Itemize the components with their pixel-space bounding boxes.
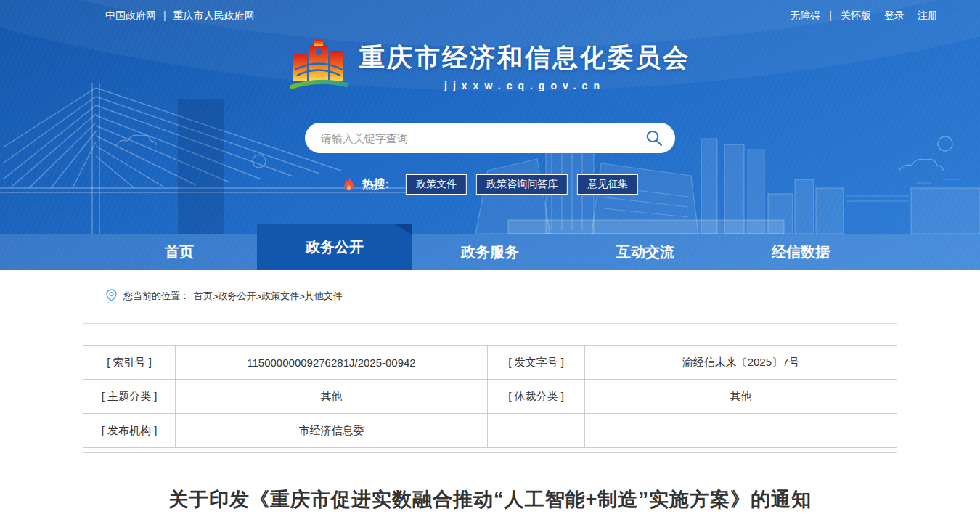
flame-icon	[342, 176, 356, 193]
cityscape-illustration	[0, 78, 980, 234]
meta-label-doc-number: [ 发文字号 ]	[488, 346, 585, 380]
hot-search-label: 热搜:	[362, 177, 389, 192]
location-pin-icon	[105, 289, 118, 303]
main-nav: 首页 政务公开 政务服务 互动交流 经信数据	[0, 234, 980, 270]
link-china-gov[interactable]: 中国政府网	[105, 9, 156, 21]
document-title: 关于印发《重庆市促进实数融合推动“人工智能+制造”实施方案》的通知	[0, 486, 980, 513]
meta-value-index-number: 11500000009276281J/2025-00942	[176, 346, 488, 380]
search-input[interactable]	[321, 132, 645, 144]
active-tab-notch	[393, 224, 412, 235]
meta-label-topic-category: [ 主题分类 ]	[83, 380, 176, 414]
breadcrumb-gov-disclosure[interactable]: 政务公开	[219, 290, 256, 303]
top-utility-bar: 中国政府网|重庆市人民政府网 无障碍|关怀版登录注册	[0, 9, 980, 23]
meta-value-empty	[585, 414, 897, 448]
breadcrumb-policy-docs[interactable]: 政策文件	[261, 290, 299, 303]
search-bar	[305, 123, 675, 153]
breadcrumb: 您当前的位置： 首页>政务公开>政策文件 > 其他文件	[105, 289, 980, 303]
site-header: 中国政府网|重庆市人民政府网 无障碍|关怀版登录注册	[0, 0, 980, 270]
separator: |	[829, 9, 832, 21]
breadcrumb-home[interactable]: 首页	[194, 290, 213, 303]
meta-value-doc-number: 渝经信未来〔2025〕7号	[585, 346, 897, 380]
breadcrumb-separator: >	[213, 291, 219, 302]
separator: |	[163, 9, 166, 21]
hot-search-row: 热搜: 政策文件 政策咨询问答库 意见征集	[342, 174, 638, 195]
site-branding: 重庆市经济和信息化委员会 jjxxw.cq.gov.cn	[0, 38, 980, 94]
link-care-version[interactable]: 关怀版	[841, 9, 871, 21]
hot-link-policy-qa[interactable]: 政策咨询问答库	[476, 174, 568, 195]
meta-value-issuing-agency: 市经济信息委	[176, 414, 488, 448]
breadcrumb-other-docs[interactable]: 其他文件	[305, 290, 343, 303]
nav-item-gov-services[interactable]: 政务服务	[412, 234, 568, 270]
meta-label-index-number: [ 索引号 ]	[83, 346, 176, 380]
nav-item-label: 政务公开	[306, 237, 364, 257]
nav-item-interaction[interactable]: 互动交流	[568, 234, 723, 270]
link-accessibility[interactable]: 无障碍	[790, 9, 820, 21]
nav-item-home[interactable]: 首页	[102, 234, 257, 270]
document-meta-table: [ 索引号 ] 11500000009276281J/2025-00942 [ …	[83, 345, 897, 448]
table-row: [ 主题分类 ] 其他 [ 体裁分类 ] 其他	[83, 380, 897, 414]
document-meta-section: [ 索引号 ] 11500000009276281J/2025-00942 [ …	[83, 323, 897, 453]
table-top-strip	[83, 323, 897, 327]
link-cq-gov[interactable]: 重庆市人民政府网	[173, 9, 255, 21]
link-register[interactable]: 注册	[918, 9, 938, 21]
breadcrumb-separator: >	[299, 291, 305, 302]
breadcrumb-separator: >	[256, 291, 262, 302]
user-links: 无障碍|关怀版登录注册	[790, 9, 938, 23]
meta-label-genre-category: [ 体裁分类 ]	[488, 380, 585, 414]
meta-value-topic-category: 其他	[176, 380, 488, 414]
hot-link-opinion-collect[interactable]: 意见征集	[577, 174, 638, 195]
meta-label-empty	[488, 414, 585, 448]
nav-item-gov-disclosure[interactable]: 政务公开	[257, 224, 412, 270]
table-bottom-strip	[83, 449, 897, 453]
search-icon[interactable]	[645, 129, 663, 147]
meta-value-genre-category: 其他	[585, 380, 897, 414]
site-title-block: 重庆市经济和信息化委员会 jjxxw.cq.gov.cn	[359, 41, 690, 91]
site-title: 重庆市经济和信息化委员会	[359, 41, 690, 75]
table-row: [ 发布机构 ] 市经济信息委	[83, 414, 897, 448]
site-domain: jjxxw.cq.gov.cn	[359, 80, 690, 91]
gov-links: 中国政府网|重庆市人民政府网	[105, 9, 255, 23]
agency-logo-icon	[290, 38, 348, 94]
link-login[interactable]: 登录	[884, 9, 905, 21]
breadcrumb-prefix: 您当前的位置：	[123, 290, 189, 303]
table-row: [ 索引号 ] 11500000009276281J/2025-00942 [ …	[83, 346, 897, 380]
meta-label-issuing-agency: [ 发布机构 ]	[83, 414, 176, 448]
nav-item-industry-data[interactable]: 经信数据	[723, 234, 878, 270]
hot-link-policy-docs[interactable]: 政策文件	[406, 174, 467, 195]
